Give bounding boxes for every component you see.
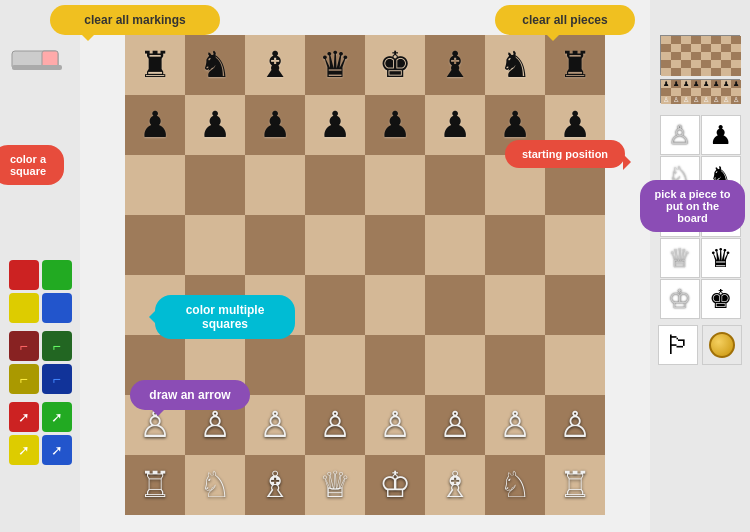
board-cell-1-4[interactable]: ♟ [365, 95, 425, 155]
board-cell-2-1[interactable] [185, 155, 245, 215]
starting-position-label: starting position [522, 148, 608, 160]
board-cell-7-0[interactable]: ♖ [125, 455, 185, 515]
board-cell-0-6[interactable]: ♞ [485, 35, 545, 95]
board-cell-0-4[interactable]: ♚ [365, 35, 425, 95]
board-cell-3-3[interactable] [305, 215, 365, 275]
board-cell-4-4[interactable] [365, 275, 425, 335]
board-cell-2-0[interactable] [125, 155, 185, 215]
board-cell-1-5[interactable]: ♟ [425, 95, 485, 155]
corner-yellow-button[interactable]: ⌐ [9, 364, 39, 394]
picker-black-queen[interactable]: ♛ [701, 238, 741, 278]
board-cell-5-2[interactable] [245, 335, 305, 395]
picker-white-pawn[interactable]: ♙ [660, 115, 700, 155]
pick-piece-label: pick a piece to put on the board [655, 188, 731, 224]
board-cell-7-3[interactable]: ♕ [305, 455, 365, 515]
board-cell-3-1[interactable] [185, 215, 245, 275]
board-cell-6-7[interactable]: ♙ [545, 395, 605, 455]
board-cell-5-7[interactable] [545, 335, 605, 395]
board-cell-2-4[interactable] [365, 155, 425, 215]
arrow-red-button[interactable]: ➚ [9, 402, 39, 432]
board-cell-5-3[interactable] [305, 335, 365, 395]
app-container: clear all markings clear all pieces star… [0, 0, 750, 532]
board-cell-5-4[interactable] [365, 335, 425, 395]
board-cell-7-5[interactable]: ♗ [425, 455, 485, 515]
board-cell-1-0[interactable]: ♟ [125, 95, 185, 155]
board-cell-0-5[interactable]: ♝ [425, 35, 485, 95]
board-cell-3-5[interactable] [425, 215, 485, 275]
board-cell-4-3[interactable] [305, 275, 365, 335]
picker-white-queen[interactable]: ♕ [660, 238, 700, 278]
coin-icon [709, 332, 735, 358]
arrow-buttons-group: ➚ ➚ ➚ ➚ [9, 402, 72, 465]
clear-markings-label: clear all markings [84, 13, 185, 27]
board-cell-7-4[interactable]: ♔ [365, 455, 425, 515]
mini-boards-container: ♟♟♟♟♟♟♟♟♙♙♙♙♙♙♙♙ [660, 35, 740, 103]
board-cell-4-5[interactable] [425, 275, 485, 335]
mini-board-pieces[interactable]: ♟♟♟♟♟♟♟♟♙♙♙♙♙♙♙♙ [660, 79, 740, 103]
chess-board[interactable]: ♜♞♝♛♚♝♞♜♟♟♟♟♟♟♟♟♙♙♙♙♙♙♙♙♖♘♗♕♔♗♘♖ [125, 35, 605, 515]
board-cell-6-2[interactable]: ♙ [245, 395, 305, 455]
color-red-button[interactable] [9, 260, 39, 290]
color-square-label: color a square [10, 153, 46, 177]
arrow-yellow-button[interactable]: ➚ [9, 435, 39, 465]
board-cell-3-6[interactable] [485, 215, 545, 275]
board-cell-3-4[interactable] [365, 215, 425, 275]
picker-white-king[interactable]: ♔ [660, 279, 700, 319]
svg-rect-2 [12, 65, 62, 70]
corner-red-button[interactable]: ⌐ [9, 331, 39, 361]
board-cell-0-0[interactable]: ♜ [125, 35, 185, 95]
draw-arrow-bubble: draw an arrow [130, 380, 250, 410]
right-panel: ♟♟♟♟♟♟♟♟♙♙♙♙♙♙♙♙ ♙ ♟ ♘ ♞ ♗ ♝ ♕ ♛ ♔ ♚ 🏳 [650, 0, 750, 532]
color-green-button[interactable] [42, 260, 72, 290]
coin-button[interactable] [702, 325, 742, 365]
board-cell-4-7[interactable] [545, 275, 605, 335]
picker-black-king[interactable]: ♚ [701, 279, 741, 319]
board-cell-0-1[interactable]: ♞ [185, 35, 245, 95]
picker-black-pawn[interactable]: ♟ [701, 115, 741, 155]
board-cell-1-3[interactable]: ♟ [305, 95, 365, 155]
color-yellow-button[interactable] [9, 293, 39, 323]
flag-button[interactable]: 🏳 [658, 325, 698, 365]
corner-green-button[interactable]: ⌐ [42, 331, 72, 361]
board-cell-6-4[interactable]: ♙ [365, 395, 425, 455]
left-panel: color a square ⌐ ⌐ ⌐ ⌐ ➚ ➚ ➚ ➚ [0, 0, 80, 532]
board-cell-3-0[interactable] [125, 215, 185, 275]
color-blue-button[interactable] [42, 293, 72, 323]
clear-markings-bubble: clear all markings [50, 5, 220, 35]
pick-piece-bubble: pick a piece to put on the board [640, 180, 745, 232]
board-cell-2-3[interactable] [305, 155, 365, 215]
board-cell-1-2[interactable]: ♟ [245, 95, 305, 155]
color-square-bubble: color a square [0, 145, 64, 185]
eraser-icon[interactable] [10, 45, 65, 77]
starting-position-bubble: starting position [505, 140, 625, 168]
board-cell-3-2[interactable] [245, 215, 305, 275]
board-cell-0-3[interactable]: ♛ [305, 35, 365, 95]
board-cell-6-6[interactable]: ♙ [485, 395, 545, 455]
color-multiple-label: color multiple squares [186, 303, 265, 331]
clear-pieces-bubble: clear all pieces [495, 5, 635, 35]
board-cell-7-7[interactable]: ♖ [545, 455, 605, 515]
board-cell-6-3[interactable]: ♙ [305, 395, 365, 455]
board-cell-7-1[interactable]: ♘ [185, 455, 245, 515]
board-cell-1-1[interactable]: ♟ [185, 95, 245, 155]
board-cell-4-6[interactable] [485, 275, 545, 335]
corner-blue-button[interactable]: ⌐ [42, 364, 72, 394]
board-cell-5-5[interactable] [425, 335, 485, 395]
board-cell-5-6[interactable] [485, 335, 545, 395]
clear-pieces-label: clear all pieces [522, 13, 607, 27]
color-multiple-bubble: color multiple squares [155, 295, 295, 339]
arrow-green-button[interactable]: ➚ [42, 402, 72, 432]
board-cell-3-7[interactable] [545, 215, 605, 275]
arrow-blue-button[interactable]: ➚ [42, 435, 72, 465]
board-cell-0-2[interactable]: ♝ [245, 35, 305, 95]
board-container: ♜♞♝♛♚♝♞♜♟♟♟♟♟♟♟♟♙♙♙♙♙♙♙♙♖♘♗♕♔♗♘♖ [80, 0, 650, 532]
board-cell-7-6[interactable]: ♘ [485, 455, 545, 515]
board-cell-7-2[interactable]: ♗ [245, 455, 305, 515]
extras-row: 🏳 [658, 325, 742, 365]
board-cell-2-2[interactable] [245, 155, 305, 215]
mini-board-empty[interactable] [660, 35, 740, 75]
board-cell-6-5[interactable]: ♙ [425, 395, 485, 455]
corner-buttons-group: ⌐ ⌐ ⌐ ⌐ [9, 331, 72, 394]
draw-arrow-label: draw an arrow [149, 388, 230, 402]
board-cell-2-5[interactable] [425, 155, 485, 215]
